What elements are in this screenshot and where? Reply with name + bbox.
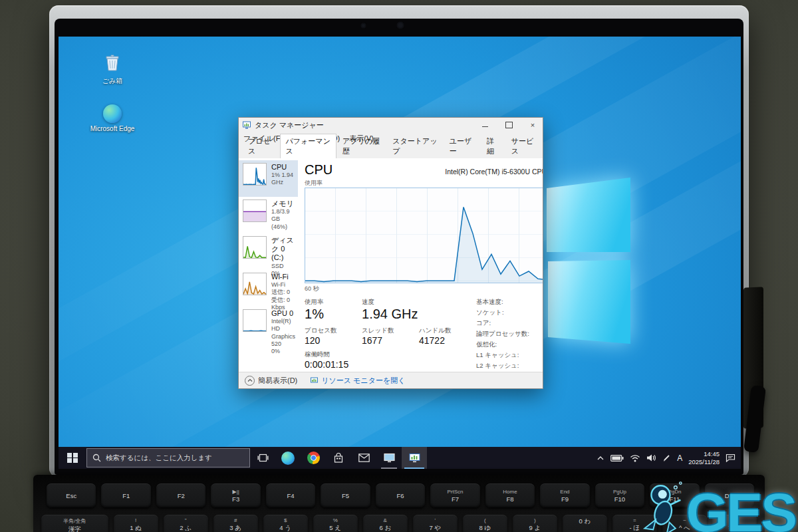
close-button[interactable]: × <box>523 118 543 132</box>
watermark: GES <box>637 479 795 532</box>
watermark-text: GES <box>686 487 795 532</box>
window-title: タスク マネージャー <box>255 120 471 130</box>
taskbar: 検索するには、ここに入力します <box>59 447 741 469</box>
key-esc: Esc <box>47 483 96 507</box>
windows-desktop: ごみ箱 Microsoft Edge タスク マネージャー × <box>59 37 741 469</box>
sidebar-item-wifi[interactable]: Wi-Fi Wi-Fi 送信: 0 受信: 0 Kbps <box>239 270 298 307</box>
battery-icon[interactable] <box>610 454 624 462</box>
photo-of-device: ごみ箱 Microsoft Edge タスク マネージャー × <box>0 0 798 532</box>
stat-value-uptime: 0:00:01:15 <box>305 359 384 370</box>
chrome-icon <box>307 452 320 464</box>
resource-monitor-label: リソース モニターを開く <box>321 376 405 386</box>
minimize-button[interactable] <box>475 118 495 132</box>
key-0: 0 わ <box>563 515 607 532</box>
cpu-panel-title: CPU <box>305 162 332 178</box>
sidebar-item-sub: 1.8/3.9 GB (46%) <box>271 208 295 231</box>
ambient-sensor-dot <box>361 23 366 28</box>
simple-view-label: 簡易表示(D) <box>258 376 297 386</box>
title-bar[interactable]: タスク マネージャー × <box>239 118 543 132</box>
performance-sidebar: CPU 1% 1.94 GHz メモリ 1.8/3.9 GB (46%) <box>239 158 298 372</box>
start-button[interactable] <box>59 447 86 469</box>
performance-pane: CPU 1% 1.94 GHz メモリ 1.8/3.9 GB (46%) <box>239 158 543 372</box>
sidebar-item-title: CPU <box>271 163 295 172</box>
clock-time: 14:45 <box>688 450 720 458</box>
pen-icon[interactable] <box>662 454 671 462</box>
spec-label: コア: <box>476 319 543 328</box>
front-camera-dot <box>397 22 404 29</box>
taskbar-search-box[interactable]: 検索するには、ここに入力します <box>86 448 250 467</box>
taskbar-clock[interactable]: 14:45 2025/11/28 <box>688 450 720 466</box>
key-6: &6 お <box>363 515 408 532</box>
mail-icon <box>358 454 370 462</box>
sidebar-item-sub: 1% 1.94 GHz <box>271 172 295 187</box>
sidebar-item-sub: 送信: 0 受信: 0 Kbps <box>271 289 295 311</box>
sidebar-item-cpu[interactable]: CPU 1% 1.94 GHz <box>239 160 298 197</box>
stat-value-threads: 1677 <box>362 335 419 346</box>
desktop-icon-label: Microsoft Edge <box>89 125 136 133</box>
simple-view-button[interactable]: 簡易表示(D) <box>245 376 297 386</box>
cpu-detail-panel: CPU Intel(R) Core(TM) i5-6300U CPU @ 2.4… <box>298 158 543 372</box>
key-f3: ▶||F3 <box>211 483 260 507</box>
stat-value-speed: 1.94 GHz <box>362 307 435 322</box>
edge-icon <box>103 104 122 123</box>
stat-value-processes: 120 <box>305 335 362 346</box>
gpu-mini-graph <box>243 309 267 332</box>
collapse-icon <box>245 376 255 386</box>
cpu-stats-left: 使用率 1% 速度 1.94 GHz プロセス数 <box>305 298 476 372</box>
key-3: #3 あ <box>213 515 258 532</box>
taskbar-chrome-button[interactable] <box>301 447 326 469</box>
tab-bar: プロセス パフォーマンス アプリの履歴 スタートアップ ユーザー 詳細 サービス <box>239 144 543 159</box>
minimize-icon <box>482 123 488 127</box>
windows-start-icon <box>67 453 78 464</box>
action-center-icon[interactable] <box>726 454 735 462</box>
cpu-mini-graph <box>243 163 267 186</box>
taskbar-app-window-button[interactable] <box>376 447 402 469</box>
edge-icon <box>281 452 295 465</box>
tab-users[interactable]: ユーザー <box>444 134 481 159</box>
spec-label: L2 キャッシュ: <box>476 362 543 370</box>
taskbar-mail-button[interactable] <box>351 447 376 469</box>
taskbar-store-button[interactable] <box>326 447 351 469</box>
sidebar-item-gpu[interactable]: GPU 0 Intel(R) HD Graphics 520 0% <box>239 307 298 343</box>
key-f8-home: HomeF8 <box>485 483 535 507</box>
spec-label: ソケット: <box>476 309 543 317</box>
desktop-icon-label: ごみ箱 <box>89 77 136 85</box>
tab-startup[interactable]: スタートアップ <box>386 134 443 159</box>
key-5: %5 え <box>313 515 358 532</box>
key-f2: F2 <box>156 483 205 507</box>
stat-label: プロセス数 <box>305 327 362 335</box>
task-view-button[interactable] <box>250 447 275 469</box>
ime-indicator[interactable]: A <box>677 454 682 463</box>
sidebar-item-sub: SSD <box>271 263 295 270</box>
tab-app-history[interactable]: アプリの履歴 <box>336 134 386 159</box>
sidebar-item-disk[interactable]: ディスク 0 (C:) SSD 0% <box>239 233 298 270</box>
taskbar-task-manager-button[interactable] <box>402 447 427 469</box>
key-f9-end: EndF9 <box>540 483 589 507</box>
key-hankaku-zenkaku: 半角/全角漢字 <box>41 515 108 532</box>
axis-label-60s: 60 秒 <box>305 285 319 293</box>
sidebar-item-title: メモリ <box>271 200 295 208</box>
desktop-icon-recycle-bin[interactable]: ごみ箱 <box>89 53 136 85</box>
disk-mini-graph <box>243 236 267 259</box>
maximize-button[interactable] <box>499 118 519 132</box>
volume-icon[interactable] <box>646 454 656 462</box>
stat-label: ハンドル数 <box>419 327 476 335</box>
taskbar-edge-button[interactable] <box>275 447 301 469</box>
tab-details[interactable]: 詳細 <box>481 134 505 159</box>
tab-processes[interactable]: プロセス <box>242 134 280 159</box>
spec-label: 論理プロセッサ数: <box>476 330 543 338</box>
tab-services[interactable]: サービス <box>505 134 543 159</box>
tab-performance[interactable]: パフォーマンス <box>280 134 336 159</box>
wifi-icon[interactable] <box>630 454 640 462</box>
tray-expand-chevron-icon[interactable] <box>597 455 604 461</box>
key-2: "2 ふ <box>164 515 208 532</box>
desktop-icon-edge[interactable]: Microsoft Edge <box>89 104 136 133</box>
key-4: $4 う <box>263 515 308 532</box>
key-7: '7 や <box>413 515 458 532</box>
window-status-bar: 簡易表示(D) リソース モニターを開く <box>239 372 543 388</box>
stat-value-handles: 41722 <box>419 335 476 346</box>
task-manager-window: タスク マネージャー × ファイル(F) オプション(O) 表示(V) プロセス… <box>238 117 543 389</box>
sidebar-item-memory[interactable]: メモリ 1.8/3.9 GB (46%) <box>239 197 298 233</box>
resource-monitor-link[interactable]: リソース モニターを開く <box>311 376 405 386</box>
clock-date: 2025/11/28 <box>688 458 720 466</box>
